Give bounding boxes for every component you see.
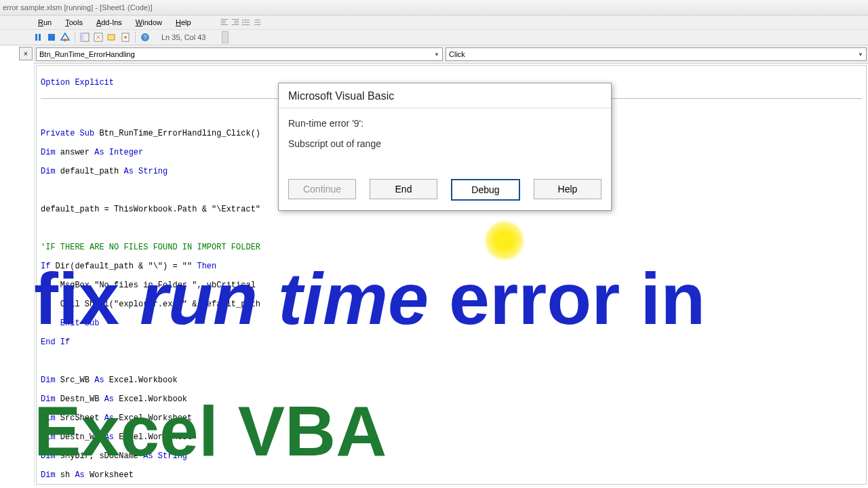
design-mode-icon[interactable] (60, 32, 71, 43)
menu-window[interactable]: Window (130, 17, 167, 28)
procedure-selector-value: Click (449, 50, 465, 58)
indent-icon[interactable] (231, 18, 240, 27)
object-browser-icon[interactable] (106, 32, 117, 43)
object-proc-selectors: Btn_RunTime_ErrorHandling ▼ Click ▼ (35, 45, 868, 64)
svg-point-1 (241, 22, 243, 23)
menu-addins[interactable]: Add-Ins (91, 17, 127, 28)
error-dialog: Microsoft Visual Basic Run-time error '9… (278, 83, 612, 211)
properties-icon[interactable] (93, 32, 104, 43)
svg-point-12 (124, 36, 127, 39)
toolbar-separator (135, 32, 136, 43)
list-icon[interactable] (241, 18, 251, 27)
toolbar: ? Ln 35, Col 43 (0, 30, 868, 45)
chevron-down-icon: ▼ (434, 52, 439, 58)
svg-rect-4 (39, 34, 41, 41)
svg-rect-6 (64, 39, 66, 41)
menu-help[interactable]: Help (170, 17, 197, 28)
project-gutter: × (0, 45, 35, 486)
help-icon[interactable]: ? (140, 32, 151, 43)
stop-icon[interactable] (46, 32, 57, 43)
menu-tools[interactable]: Tools (60, 17, 88, 28)
procedure-selector[interactable]: Click ▼ (446, 47, 867, 61)
svg-point-0 (241, 20, 243, 21)
svg-text:?: ? (143, 34, 146, 41)
object-selector[interactable]: Btn_RunTime_ErrorHandling ▼ (36, 47, 443, 61)
continue-button: Continue (288, 179, 356, 199)
svg-point-2 (241, 24, 243, 26)
error-message-text: Subscript out of range (288, 138, 601, 149)
object-selector-value: Btn_RunTime_ErrorHandling (39, 50, 135, 58)
toolbar-separator (75, 32, 75, 43)
svg-rect-10 (108, 35, 115, 40)
window-title-bar: error sample.xlsm [running] - [Sheet1 (C… (0, 0, 868, 16)
svg-rect-8 (81, 33, 83, 41)
error-dialog-buttons: Continue End Debug Help (288, 179, 601, 201)
help-button[interactable]: Help (534, 179, 601, 199)
indent-toolbar-icons (220, 18, 262, 27)
svg-rect-3 (35, 34, 37, 41)
close-panel-button[interactable]: × (19, 47, 33, 60)
debug-button[interactable]: Debug (451, 179, 520, 201)
error-dialog-title: Microsoft Visual Basic (279, 83, 611, 108)
end-button[interactable]: End (370, 179, 437, 199)
menu-run[interactable]: Run (33, 17, 57, 28)
window-title: error sample.xlsm [running] - [Sheet1 (C… (3, 3, 153, 12)
pause-icon[interactable] (33, 32, 43, 43)
menu-bar: Run Tools Add-Ins Window Help (0, 16, 868, 30)
list2-icon[interactable] (252, 18, 262, 27)
chevron-down-icon: ▼ (858, 52, 863, 58)
error-code-text: Run-time error '9': (288, 118, 601, 129)
toolbar-grip (222, 31, 229, 43)
toolbox-icon[interactable] (120, 32, 131, 43)
cursor-position: Ln 35, Col 43 (161, 33, 205, 41)
svg-rect-5 (48, 34, 55, 41)
project-explorer-icon[interactable] (79, 32, 90, 43)
outdent-icon[interactable] (220, 18, 229, 27)
